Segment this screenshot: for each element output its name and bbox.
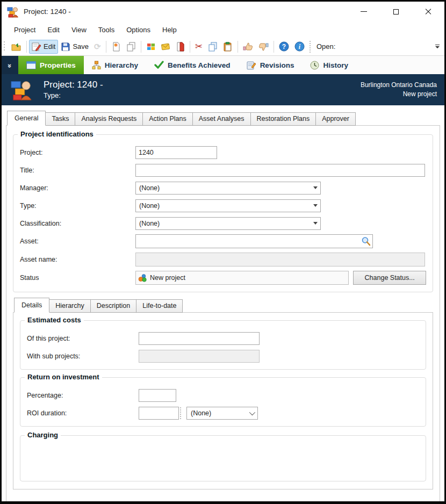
title-input[interactable] [135, 164, 425, 177]
asset-name-input [135, 253, 425, 267]
send-icon [161, 42, 171, 52]
change-status-button[interactable]: Change Status... [353, 271, 426, 285]
edit-button[interactable]: Edit [29, 40, 58, 54]
search-icon[interactable] [361, 236, 371, 246]
asset-name-label: Asset name: [20, 256, 135, 263]
thumbs-up-button[interactable] [240, 40, 256, 54]
tab-restoration-plans[interactable]: Restoration Plans [250, 112, 316, 126]
toolbar-separator [310, 41, 311, 53]
paste-icon [223, 42, 233, 52]
duplicate-button[interactable] [124, 40, 139, 54]
tab-asset-analyses[interactable]: Asset Analyses [192, 112, 251, 126]
charging-group: Charging [20, 435, 426, 481]
window-controls [348, 2, 444, 21]
record-header: Project: 1240 - Type: Burlington Ontario… [2, 74, 444, 105]
percentage-label: Percentage: [27, 392, 139, 399]
revisions-note-icon [247, 61, 256, 70]
toolbar-grip [4, 41, 6, 52]
overflow-bar [435, 45, 440, 45]
help-button[interactable]: ? [276, 40, 292, 54]
nav-tab-strip: » Properties Hierarchy [2, 56, 444, 74]
asset-row: Asset: [20, 232, 426, 250]
menu-edit[interactable]: Edit [41, 24, 65, 36]
open-folder-button[interactable] [9, 40, 24, 54]
roi-duration-input[interactable] [139, 407, 179, 420]
chevron-down-icon [435, 46, 440, 48]
paste-button[interactable] [220, 40, 235, 54]
charging-body [27, 444, 419, 477]
of-this-project-input[interactable] [139, 332, 260, 345]
nav-tab-label: Hierarchy [105, 61, 138, 69]
classification-label: Classification: [20, 220, 135, 227]
open-label: Open: [316, 42, 335, 51]
save-button[interactable]: Save [58, 40, 91, 54]
nav-tab-label: Benefits Achieved [168, 61, 231, 69]
menu-view[interactable]: View [66, 24, 92, 36]
close-button[interactable] [412, 2, 444, 21]
asset-input[interactable] [138, 236, 361, 247]
menu-bar: Project Edit View Tools Options Help [2, 21, 444, 38]
tab-analysis-requests[interactable]: Analysis Requests [75, 112, 143, 126]
project-row: Project: [20, 143, 426, 161]
info-icon: i [294, 41, 305, 52]
nav-tab-history[interactable]: History [302, 56, 356, 74]
type-dropdown[interactable]: (None) [135, 199, 321, 212]
tab-tasks[interactable]: Tasks [45, 112, 75, 126]
combo-arrow-icon [311, 200, 320, 212]
cut-button[interactable]: ✂ [192, 40, 205, 54]
status-label: Status [20, 274, 135, 282]
manager-dropdown[interactable]: (None) [135, 182, 321, 195]
subtab-hierarchy[interactable]: Hierarchy [49, 299, 91, 313]
asset-name-row: Asset name: [20, 250, 426, 268]
minimize-button[interactable] [348, 2, 380, 21]
red-document-button[interactable] [174, 40, 188, 54]
page-bottom-spacer [13, 489, 433, 498]
asset-lookup-field[interactable] [135, 234, 373, 248]
percentage-input[interactable] [139, 389, 176, 402]
roi-duration-row: ROI duration: (None) [27, 404, 419, 422]
roi-duration-unit-dropdown[interactable]: (None) [186, 407, 258, 420]
menu-options[interactable]: Options [120, 24, 156, 36]
copy-button[interactable] [205, 40, 220, 54]
nav-tab-benefits-achieved[interactable]: Benefits Achieved [146, 56, 239, 74]
thumbs-down-button[interactable] [256, 40, 271, 54]
classification-value: (None) [139, 220, 160, 227]
toolbar-separator [190, 41, 190, 53]
nav-tab-revisions[interactable]: Revisions [239, 56, 303, 74]
project-identifications-group: Project identifications Project: Title: … [13, 134, 433, 292]
project-input[interactable] [135, 146, 217, 159]
maximize-icon [393, 9, 399, 15]
thumbs-up-icon [243, 42, 253, 52]
menu-project[interactable]: Project [8, 24, 41, 36]
menu-help[interactable]: Help [156, 24, 183, 36]
tab-action-plans[interactable]: Action Plans [142, 112, 192, 126]
open-folder-icon [11, 42, 21, 52]
tab-general[interactable]: General [7, 111, 46, 126]
app-window: Project: 1240 - Project Edit View Tools … [0, 0, 446, 504]
maximize-button[interactable] [380, 2, 412, 21]
hierarchy-tree-icon [92, 61, 101, 70]
new-document-button[interactable]: ✱ [109, 40, 124, 54]
subtab-details[interactable]: Details [14, 298, 49, 313]
toolbar-overflow-button[interactable] [434, 45, 441, 48]
subtab-description[interactable]: Description [90, 299, 137, 313]
header-status: New project [361, 90, 437, 99]
asset-label: Asset: [20, 237, 135, 245]
group-title: Charging [25, 431, 61, 439]
menu-tools[interactable]: Tools [92, 24, 120, 36]
refresh-button[interactable]: ⟳ [91, 40, 104, 54]
nav-tab-properties[interactable]: Properties [18, 56, 84, 74]
help-icon: ? [279, 41, 289, 52]
tab-approver[interactable]: Approver [315, 112, 356, 126]
windows-button[interactable] [143, 40, 159, 54]
nav-tab-hierarchy[interactable]: Hierarchy [84, 56, 146, 74]
thumbs-down-icon [258, 42, 269, 52]
collapse-button[interactable]: » [2, 56, 18, 74]
nav-tab-label: Properties [40, 61, 76, 69]
classification-dropdown[interactable]: (None) [135, 217, 321, 230]
send-button[interactable] [159, 40, 174, 54]
info-button[interactable]: i [292, 40, 307, 54]
subtab-life-to-date[interactable]: Life-to-date [136, 299, 183, 313]
header-meta: Burlington Ontario Canada New project [361, 81, 437, 99]
edit-note-icon [32, 42, 41, 52]
